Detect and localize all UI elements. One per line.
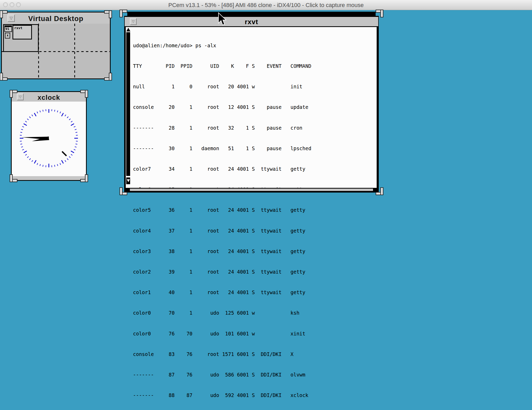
- mouse-pointer-icon: [218, 12, 227, 26]
- clock-face: [12, 102, 86, 177]
- terminal[interactable]: udo@alien:/home/udo> ps -alx TTY PID PPI…: [126, 27, 377, 188]
- terminal-line: null 1 0 root 20 4001 w init: [133, 83, 376, 90]
- xclock-titlebar[interactable]: ▽ xclock: [12, 92, 86, 102]
- terminal-output: udo@alien:/home/udo> ps -alx TTY PID PPI…: [133, 28, 376, 188]
- terminal-line: ------- 28 1 root 32 1 S pause cron: [133, 124, 376, 131]
- terminal-line: console 83 76 root 1571 6001 S DDI/DKI X: [133, 351, 376, 358]
- resize-corner[interactable]: [376, 187, 383, 195]
- resize-corner[interactable]: [10, 90, 17, 98]
- resize-corner[interactable]: [376, 10, 383, 17]
- terminal-line: color0 70 1 udo 125 6001 w ksh: [133, 309, 376, 316]
- rxvt-window: ▽ rxvt udo@alien:/home/udo> ps -alx TTY …: [122, 12, 381, 193]
- mac-titlebar: PCem v13.1 - 53% - [486] AMI 486 clone -…: [0, 0, 532, 10]
- rxvt-titlebar[interactable]: ▽ rxvt: [125, 17, 378, 26]
- scrollbar[interactable]: [126, 27, 131, 188]
- terminal-line: color4 37 1 root 24 4001 S ttywait getty: [133, 227, 376, 234]
- virtual-desktop-title: Virtual Desktop: [2, 15, 110, 23]
- resize-corner[interactable]: [10, 174, 17, 182]
- scroll-up-icon[interactable]: [126, 28, 130, 31]
- rxvt-frame-bottom[interactable]: [130, 189, 373, 191]
- clock-body: [12, 102, 86, 176]
- emulated-desktop[interactable]: ▽ Virtual Desktop Vi x rxvt ▽: [0, 10, 532, 410]
- virtual-desktop-grid[interactable]: Vi x rxvt: [2, 24, 110, 78]
- rxvt-title: rxvt: [125, 18, 378, 26]
- terminal-line: ------- 88 87 udo 592 4001 S DDI/DKI xcl…: [133, 392, 376, 399]
- resize-corner[interactable]: [104, 10, 112, 18]
- terminal-line: color7 34 1 root 24 4001 S ttywait getty: [133, 166, 376, 172]
- terminal-line: console 20 1 root 12 4001 S pause update: [133, 104, 376, 110]
- mini-window-virtual-desktop[interactable]: Vi: [4, 25, 12, 32]
- terminal-line: udo@alien:/home/udo> ps -alx: [133, 42, 376, 49]
- scroll-down-icon[interactable]: [126, 177, 130, 184]
- terminal-line: color0 76 70 udo 101 6001 w xinit: [133, 330, 376, 337]
- terminal-line: ------- 30 1 daemon 51 1 S pause lpsched: [133, 145, 376, 152]
- resize-corner[interactable]: [119, 187, 127, 195]
- terminal-line: color5 36 1 root 24 4001 S ttywait getty: [133, 207, 376, 213]
- window-title: PCem v13.1 - 53% - [486] AMI 486 clone -…: [0, 2, 532, 9]
- terminal-line: TTY PID PPID UID K F S EVENT COMMAND: [133, 63, 376, 69]
- resize-corner[interactable]: [104, 73, 112, 81]
- active-desktop-cell[interactable]: Vi x rxvt: [3, 24, 39, 52]
- resize-corner[interactable]: [119, 10, 127, 17]
- terminal-line: color3 38 1 root 24 4001 S ttywait getty: [133, 248, 376, 255]
- resize-corner[interactable]: [80, 90, 88, 98]
- resize-corner[interactable]: [0, 73, 8, 81]
- xclock-title: xclock: [12, 94, 86, 102]
- resize-corner[interactable]: [80, 174, 88, 182]
- terminal-line: color2 39 1 root 24 4001 S ttywait getty: [133, 268, 376, 275]
- xclock-window: ▽ xclock: [11, 91, 87, 181]
- scrollbar-thumb[interactable]: [126, 32, 130, 176]
- resize-corner[interactable]: [0, 10, 8, 18]
- rxvt-frame: ▽ rxvt udo@alien:/home/udo> ps -alx TTY …: [124, 16, 379, 193]
- terminal-line: color1 40 1 root 24 4001 S ttywait getty: [133, 289, 376, 296]
- mini-window-xclock[interactable]: x: [5, 33, 10, 38]
- mini-window-rxvt[interactable]: rxvt: [12, 25, 32, 39]
- screen: PCem v13.1 - 53% - [486] AMI 486 clone -…: [0, 0, 532, 410]
- terminal-line: ------- 87 76 udo 586 6001 S DDI/DKI olv…: [133, 371, 376, 378]
- virtual-desktop-window: ▽ Virtual Desktop Vi x rxvt: [1, 12, 111, 79]
- virtual-desktop-titlebar[interactable]: ▽ Virtual Desktop: [2, 12, 110, 24]
